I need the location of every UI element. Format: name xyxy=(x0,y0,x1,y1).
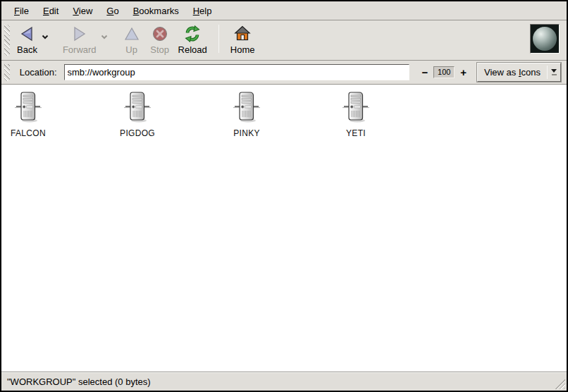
throbber-sphere-icon xyxy=(533,27,557,51)
menu-view[interactable]: View xyxy=(66,4,99,18)
view-as-label: View as Icons xyxy=(478,63,547,81)
file-view[interactable]: FALCON PIGDOG PINKY YETI xyxy=(1,85,567,372)
zoom-in-button[interactable]: + xyxy=(458,67,469,78)
chevron-down-icon xyxy=(548,63,560,81)
list-item-pinky[interactable]: PINKY xyxy=(220,90,273,138)
list-item-falcon[interactable]: FALCON xyxy=(1,90,55,138)
list-item-pigdog[interactable]: PIGDOG xyxy=(111,90,164,138)
back-arrow-icon xyxy=(18,25,35,43)
forward-button: Forward xyxy=(58,23,101,56)
reload-icon xyxy=(184,25,201,43)
view-as-dropdown[interactable]: View as Icons xyxy=(477,63,561,82)
zoom-out-button[interactable]: − xyxy=(419,67,430,78)
throbber xyxy=(530,24,560,54)
reload-button[interactable]: Reload xyxy=(174,23,211,56)
file-browser-window: File Edit View Go Bookmarks Help Back Fo… xyxy=(0,0,568,392)
location-input[interactable] xyxy=(64,64,410,80)
toolbar-grip[interactable] xyxy=(4,25,10,56)
menu-edit[interactable]: Edit xyxy=(36,4,66,18)
home-icon xyxy=(234,25,251,43)
resize-grip[interactable] xyxy=(553,377,565,389)
home-button-label: Home xyxy=(230,44,255,55)
menu-help[interactable]: Help xyxy=(186,4,219,18)
location-label: Location: xyxy=(20,67,57,78)
back-button-label: Back xyxy=(17,44,37,55)
back-dropdown-button[interactable] xyxy=(42,35,49,39)
back-button[interactable]: Back xyxy=(13,23,42,56)
item-label: FALCON xyxy=(11,128,46,138)
menu-go[interactable]: Go xyxy=(99,4,125,18)
item-label: YETI xyxy=(346,128,366,138)
forward-arrow-icon xyxy=(71,25,88,43)
stop-button-label: Stop xyxy=(150,44,169,55)
reload-button-label: Reload xyxy=(178,44,207,55)
stop-button: Stop xyxy=(146,23,174,56)
location-bar: Location: − 100 + View as Icons xyxy=(1,61,567,85)
toolbar: Back Forward Up Stop xyxy=(1,20,567,61)
computer-icon xyxy=(342,90,370,125)
forward-dropdown-button xyxy=(101,35,108,39)
menu-file[interactable]: File xyxy=(7,4,36,18)
up-button: Up xyxy=(118,23,146,56)
item-label: PIGDOG xyxy=(120,128,155,138)
stop-icon xyxy=(152,25,168,43)
location-bar-grip[interactable] xyxy=(4,64,10,81)
status-bar: "WORKGROUP" selected (0 bytes) xyxy=(1,372,567,391)
status-text: "WORKGROUP" selected (0 bytes) xyxy=(7,376,151,387)
toolbar-separator xyxy=(218,25,219,53)
up-arrow-icon xyxy=(123,25,140,43)
forward-button-label: Forward xyxy=(63,44,97,55)
zoom-level[interactable]: 100 xyxy=(433,66,455,78)
up-button-label: Up xyxy=(125,44,137,55)
item-label: PINKY xyxy=(233,128,260,138)
zoom-control: − 100 + xyxy=(419,66,469,78)
menu-bar: File Edit View Go Bookmarks Help xyxy=(1,1,567,20)
computer-icon xyxy=(14,90,42,125)
list-item-yeti[interactable]: YETI xyxy=(329,90,383,138)
menu-bookmarks[interactable]: Bookmarks xyxy=(126,4,186,18)
computer-icon xyxy=(233,90,261,125)
home-button[interactable]: Home xyxy=(226,23,259,56)
computer-icon xyxy=(123,90,152,125)
